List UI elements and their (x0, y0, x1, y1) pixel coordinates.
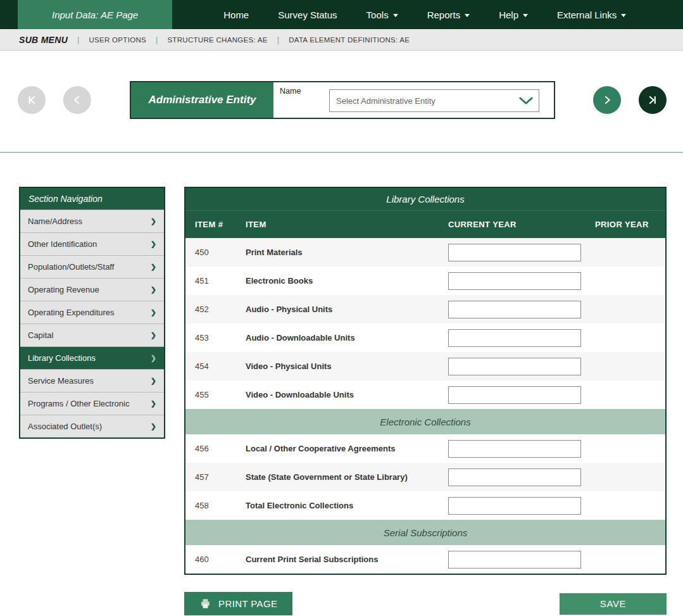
current-year-cell (448, 386, 595, 404)
current-year-input-450[interactable] (448, 244, 581, 261)
current-year-cell (448, 329, 595, 347)
table-row-458: 458Total Electronic Collections (185, 491, 665, 520)
item-label: Audio - Downloadable Units (246, 333, 448, 343)
sidebar-item-associated-outlet-s[interactable]: Associated Outlet(s)❯ (20, 415, 164, 437)
chevron-right-icon: ❯ (151, 217, 156, 225)
nav-item-label: Home (223, 9, 249, 20)
sidebar-item-name-address[interactable]: Name/Address❯ (20, 210, 164, 232)
chevron-right-icon: ❯ (151, 286, 156, 294)
sidebar-item-other-identification[interactable]: Other Identification❯ (20, 232, 164, 255)
item-number: 456 (195, 444, 246, 453)
nav-item-reports[interactable]: Reports (413, 0, 485, 29)
sidebar-item-operating-revenue[interactable]: Operating Revenue❯ (20, 278, 164, 301)
nav-item-external-links[interactable]: External Links (542, 0, 641, 29)
sidebar-item-population-outlets-staff[interactable]: Population/Outlets/Staff❯ (20, 255, 164, 278)
submenu-link-user-options[interactable]: USER OPTIONS (89, 36, 146, 44)
nav-item-label: Tools (367, 9, 389, 20)
sidebar-item-label: Programs / Other Electronic (28, 399, 129, 408)
current-year-input-451[interactable] (448, 272, 581, 290)
current-year-cell (448, 440, 595, 458)
sidebar-item-label: Associated Outlet(s) (28, 422, 102, 431)
col-current-year: CURRENT YEAR (448, 220, 595, 229)
dropdown-caret-icon (465, 14, 470, 17)
current-year-input-453[interactable] (448, 329, 581, 347)
administrative-entity-panel: Administrative Entity Name Select Admini… (130, 81, 555, 119)
current-year-input-457[interactable] (448, 468, 581, 486)
separator: | (277, 35, 279, 44)
name-label: Name (280, 87, 301, 96)
sidebar-item-library-collections[interactable]: Library Collections❯ (20, 346, 164, 369)
nav-item-help[interactable]: Help (484, 0, 542, 29)
previous-record-button[interactable] (63, 86, 91, 114)
top-navigation: Input Data: AE Page HomeSurvey StatusToo… (0, 0, 683, 29)
item-number: 454 (195, 361, 246, 371)
section-navigation-title: Section Navigation (20, 188, 164, 210)
nav-item-label: Help (499, 9, 518, 20)
chevron-right-icon: ❯ (151, 377, 156, 385)
sidebar-item-label: Service Measures (28, 376, 94, 386)
current-year-cell (448, 244, 595, 261)
current-year-input-452[interactable] (448, 301, 581, 318)
chevron-right-icon: ❯ (151, 263, 156, 271)
sidebar-item-capital[interactable]: Capital❯ (20, 324, 164, 346)
current-year-input-458[interactable] (448, 497, 581, 515)
library-collections-table: Library Collections ITEM # ITEM CURRENT … (184, 187, 667, 575)
table-row-460: 460Current Print Serial Subscriptions (185, 545, 665, 574)
sidebar-item-programs-other-electronic[interactable]: Programs / Other Electronic❯ (20, 392, 164, 415)
chevron-right-icon: ❯ (151, 354, 156, 362)
submenu-link-structure-changes-ae[interactable]: STRUCTURE CHANGES: AE (167, 36, 267, 44)
item-number: 450 (195, 248, 246, 257)
current-year-cell (448, 358, 595, 375)
nav-item-label: External Links (557, 9, 617, 20)
sidebar-item-label: Operating Expenditures (28, 308, 115, 317)
col-item: ITEM (246, 220, 448, 229)
sidebar-item-operating-expenditures[interactable]: Operating Expenditures❯ (20, 301, 164, 324)
nav-item-home[interactable]: Home (209, 0, 263, 29)
nav-item-label: Survey Status (278, 9, 337, 20)
item-number: 458 (195, 501, 246, 510)
tab-input-data-ae-page[interactable]: Input Data: AE Page (18, 0, 172, 29)
item-label: Electronic Books (246, 276, 448, 286)
item-number: 453 (195, 333, 246, 343)
save-button[interactable]: SAVE (560, 593, 667, 615)
current-year-input-456[interactable] (448, 440, 581, 458)
item-number: 451 (195, 276, 246, 286)
sidebar-item-label: Capital (28, 330, 53, 340)
table-row-454: 454Video - Physical Units (185, 352, 665, 380)
table-row-456: 456Local / Other Cooperative Agreements (185, 434, 665, 463)
print-page-button[interactable]: PRINT PAGE (184, 592, 292, 615)
current-year-input-460[interactable] (448, 551, 581, 569)
chevron-right-icon: ❯ (151, 422, 156, 431)
item-number: 452 (195, 305, 246, 314)
submenu-link-data-element-definitions-ae[interactable]: DATA ELEMENT DEFINITIONS: AE (289, 36, 410, 44)
sidebar-item-label: Population/Outlets/Staff (28, 262, 114, 272)
chevron-right-icon: ❯ (151, 399, 156, 408)
item-number: 460 (195, 555, 246, 564)
section-header-electronic-collections: Electronic Collections (185, 409, 665, 434)
table-row-450: 450Print Materials (185, 238, 665, 267)
separator: | (156, 35, 158, 44)
print-page-label: PRINT PAGE (218, 598, 277, 609)
printer-icon (199, 598, 211, 610)
last-record-button[interactable] (639, 86, 667, 114)
item-label: Local / Other Cooperative Agreements (246, 444, 448, 453)
administrative-entity-select[interactable]: Select Administrative Entity (329, 89, 539, 112)
nav-item-survey-status[interactable]: Survey Status (263, 0, 351, 29)
col-item-number: ITEM # (195, 220, 246, 229)
current-year-input-455[interactable] (448, 386, 581, 404)
next-record-button[interactable] (593, 86, 621, 114)
sidebar-items: Name/Address❯Other Identification❯Popula… (20, 210, 164, 437)
current-year-input-454[interactable] (448, 358, 581, 375)
table-row-452: 452Audio - Physical Units (185, 295, 665, 324)
item-label: Print Materials (246, 248, 448, 257)
item-label: Audio - Physical Units (246, 305, 448, 314)
dropdown-caret-icon (621, 14, 626, 17)
main-content: Section Navigation Name/Address❯Other Id… (19, 187, 667, 575)
section-navigation: Section Navigation Name/Address❯Other Id… (19, 187, 165, 439)
sidebar-item-service-measures[interactable]: Service Measures❯ (20, 369, 164, 392)
chevron-right-icon: ❯ (151, 240, 156, 248)
page-actions: PRINT PAGE SAVE (184, 592, 667, 615)
first-record-button[interactable] (18, 86, 46, 114)
skip-last-icon (646, 94, 659, 106)
nav-item-tools[interactable]: Tools (352, 0, 413, 29)
